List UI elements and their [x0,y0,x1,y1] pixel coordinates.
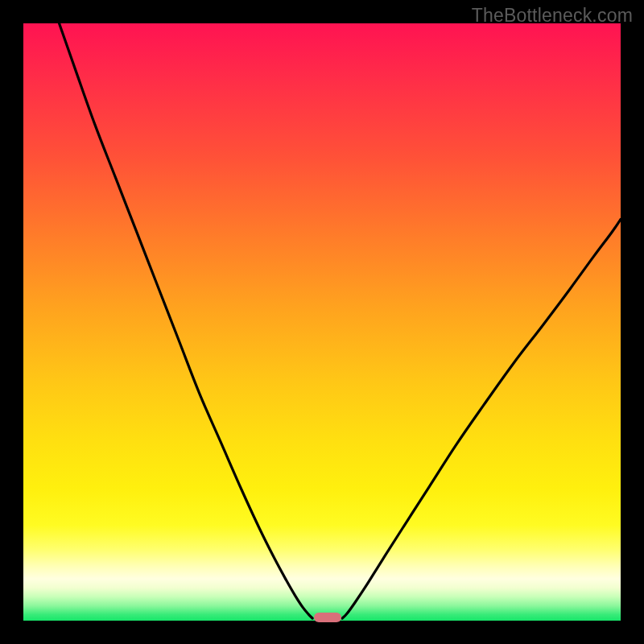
chart-frame: TheBottleneck.com [0,0,644,644]
curve-svg [23,23,621,621]
plot-area [23,23,621,621]
curve-right-branch [342,219,621,618]
minimum-marker [314,613,341,622]
curve-left-branch [60,23,313,618]
